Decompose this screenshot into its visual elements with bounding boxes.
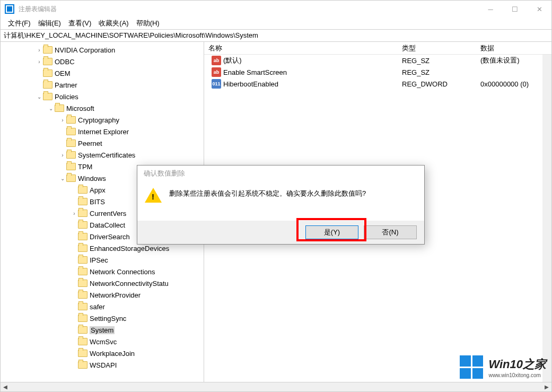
col-header-name[interactable]: 名称	[204, 43, 398, 53]
tree-label: WorkplaceJoin	[90, 350, 135, 358]
tree-item-nvidia-corporation[interactable]: ›NVIDIA Corporation	[1, 44, 204, 56]
window-controls: ─ ☐ ✕	[478, 1, 551, 18]
value-row[interactable]: 011HiberbootEnabledREG_DWORD0x00000000 (…	[204, 78, 551, 90]
tree-item-settingsync[interactable]: SettingSync	[1, 312, 204, 324]
folder-icon	[66, 140, 76, 147]
tree-label: NetworkConnectivityStatu	[90, 280, 169, 288]
tree-label: safer	[90, 303, 105, 311]
tree-label: WSDAPI	[90, 361, 117, 369]
tree-item-wcmsvc[interactable]: WcmSvc	[1, 336, 204, 347]
chevron-icon[interactable]: ›	[36, 59, 43, 65]
watermark: Win10之家 www.win10xitong.com	[460, 355, 546, 379]
watermark-url: www.win10xitong.com	[488, 372, 546, 378]
value-name: (默认)	[223, 56, 242, 65]
scroll-left-icon[interactable]: ◄	[1, 382, 10, 392]
value-name: HiberbootEnabled	[223, 80, 278, 88]
value-type-icon: 011	[212, 79, 221, 89]
tree-label: OEM	[55, 69, 71, 77]
value-data: (数值未设置)	[476, 56, 551, 65]
folder-icon	[78, 210, 87, 217]
folder-icon	[78, 280, 87, 287]
confirm-delete-dialog: 确认数值删除 删除某些注册表值会引起系统不稳定。确实要永久删除此数值吗? 是(Y…	[137, 165, 425, 245]
menu-edit[interactable]: 编辑(E)	[38, 19, 61, 28]
folder-icon	[78, 198, 87, 205]
tree-item-system[interactable]: System	[1, 324, 204, 336]
tree-item-networkconnectivitystatu[interactable]: NetworkConnectivityStatu	[1, 277, 204, 289]
value-type: REG_DWORD	[398, 80, 476, 88]
tree-item-odbc[interactable]: ›ODBC	[1, 56, 204, 67]
folder-icon	[43, 46, 52, 54]
address-bar[interactable]: 计算机\HKEY_LOCAL_MACHINE\SOFTWARE\Policies…	[1, 29, 551, 42]
tree-label: System	[90, 326, 115, 334]
folder-icon	[66, 116, 76, 124]
folder-icon	[78, 268, 87, 275]
tree-label: Peernet	[78, 140, 102, 147]
tree-item-networkprovider[interactable]: NetworkProvider	[1, 289, 204, 301]
maximize-button[interactable]: ☐	[503, 1, 527, 18]
folder-icon	[43, 58, 52, 65]
tree-label: NetworkProvider	[90, 291, 141, 299]
chevron-icon[interactable]: ›	[36, 47, 43, 53]
folder-icon	[78, 245, 87, 252]
tree-label: BITS	[90, 198, 105, 206]
tree-item-ipsec[interactable]: IPSec	[1, 254, 204, 266]
col-header-type[interactable]: 类型	[398, 43, 476, 53]
menu-help[interactable]: 帮助(H)	[136, 19, 160, 28]
tree-item-cryptography[interactable]: ›Cryptography	[1, 114, 204, 126]
tree-label: Windows	[78, 175, 106, 182]
value-row[interactable]: ab(默认)REG_SZ(数值未设置)	[204, 55, 551, 66]
menu-favorites[interactable]: 收藏夹(A)	[99, 19, 128, 28]
tree-item-systemcertificates[interactable]: ›SystemCertificates	[1, 149, 204, 161]
tree-label: Partner	[55, 81, 77, 89]
tree-item-wsdapi[interactable]: WSDAPI	[1, 359, 204, 371]
col-header-data[interactable]: 数据	[476, 43, 551, 53]
menu-file[interactable]: 文件(F)	[8, 19, 31, 28]
dialog-button-row: 是(Y) 否(N)	[137, 221, 424, 244]
tree-label: Internet Explorer	[78, 128, 129, 136]
folder-icon	[66, 151, 76, 159]
warning-icon	[145, 187, 162, 204]
folder-icon	[78, 303, 87, 310]
value-type: REG_SZ	[398, 57, 476, 65]
tree-item-microsoft[interactable]: ⌄Microsoft	[1, 102, 204, 114]
value-row[interactable]: abEnable SmartScreenREG_SZ	[204, 66, 551, 78]
tree-label: TPM	[78, 163, 92, 171]
list-vertical-scrollbar[interactable]	[542, 55, 551, 382]
tree-item-oem[interactable]: OEM	[1, 67, 204, 79]
tree-item-safer[interactable]: safer	[1, 301, 204, 312]
folder-icon	[78, 256, 87, 264]
dialog-message: 删除某些注册表值会引起系统不稳定。确实要永久删除此数值吗?	[169, 187, 366, 204]
close-button[interactable]: ✕	[527, 1, 551, 18]
tree-item-network-connections[interactable]: Network Connections	[1, 266, 204, 277]
tree-label: Cryptography	[78, 116, 119, 124]
tree-label: CurrentVers	[90, 210, 126, 217]
menu-view[interactable]: 查看(V)	[68, 19, 91, 28]
tree-item-partner[interactable]: Partner	[1, 79, 204, 91]
folder-icon	[78, 338, 87, 345]
chevron-icon[interactable]: ›	[59, 117, 66, 123]
folder-icon	[78, 291, 87, 299]
chevron-icon[interactable]: ⌄	[47, 106, 55, 111]
tree-item-internet-explorer[interactable]: Internet Explorer	[1, 126, 204, 137]
no-button[interactable]: 否(N)	[364, 225, 417, 239]
folder-icon	[78, 221, 87, 229]
tree-item-policies[interactable]: ⌄Policies	[1, 91, 204, 102]
folder-icon	[43, 69, 52, 77]
titlebar: 注册表编辑器 ─ ☐ ✕	[1, 1, 551, 18]
chevron-icon[interactable]: ›	[59, 152, 66, 158]
tree-item-workplacejoin[interactable]: WorkplaceJoin	[1, 347, 204, 359]
horizontal-scrollbar[interactable]: ◄ ►	[1, 382, 551, 391]
chevron-icon[interactable]: ⌄	[36, 94, 43, 100]
tree-label: NVIDIA Corporation	[55, 46, 115, 54]
minimize-button[interactable]: ─	[478, 1, 503, 18]
chevron-icon[interactable]: ›	[71, 211, 78, 216]
tree-label: Microsoft	[66, 104, 94, 112]
tree-item-peernet[interactable]: Peernet	[1, 137, 204, 149]
scroll-right-icon[interactable]: ►	[542, 382, 551, 392]
yes-button[interactable]: 是(Y)	[305, 225, 358, 239]
chevron-icon[interactable]: ⌄	[59, 176, 66, 181]
path-text: 计算机\HKEY_LOCAL_MACHINE\SOFTWARE\Policies…	[4, 31, 258, 40]
watermark-title: Win10之家	[488, 356, 546, 372]
list-body: ab(默认)REG_SZ(数值未设置)abEnable SmartScreenR…	[204, 55, 551, 90]
folder-icon	[66, 163, 76, 170]
